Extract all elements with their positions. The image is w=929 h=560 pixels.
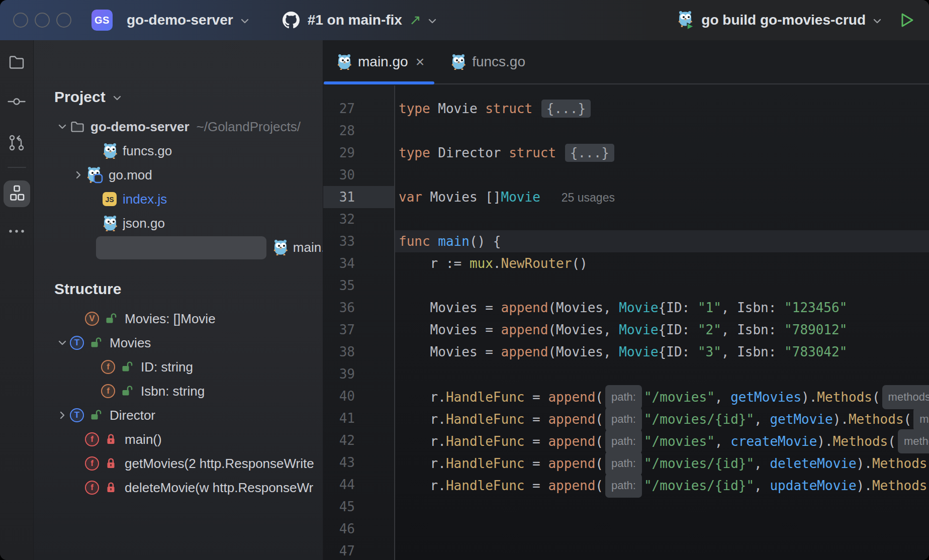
code-line-39[interactable] — [395, 363, 929, 385]
project-item-index-js[interactable]: JSindex.js — [34, 187, 323, 211]
code-token: getMovies — [730, 390, 801, 405]
code-token: Movie — [430, 101, 486, 116]
project-item-go-mod[interactable]: go.mod — [34, 163, 323, 187]
vcs-widget[interactable]: #1 on main-fix ↗ — [283, 12, 438, 29]
code-token: Movies = — [399, 344, 501, 359]
code-line-44[interactable]: r.HandleFunc = append(path:"/movies/{id}… — [395, 474, 929, 496]
code-token: append — [501, 344, 548, 359]
code-token: , Isbn: — [721, 322, 784, 337]
structure-item-director[interactable]: TDirector — [34, 403, 323, 427]
symbol-badge-f: f — [85, 432, 99, 446]
chevron-down-icon[interactable] — [55, 337, 70, 348]
usages-inlay-hint: 25 usages — [562, 191, 615, 204]
code-token: ). — [817, 434, 832, 449]
tree-item-label: main.go — [293, 240, 323, 255]
code-token: func — [399, 234, 430, 249]
structure-item-isbn-string[interactable]: fIsbn: string — [34, 379, 323, 403]
code-line-36[interactable]: Movies = append(Movies, Movie{ID: "1", I… — [395, 297, 929, 319]
line-number-42: 42 — [323, 429, 394, 451]
code-token — [430, 234, 438, 249]
chevron-right-icon[interactable] — [55, 410, 70, 421]
code-line-40[interactable]: r.HandleFunc = append(path:"/movies", ge… — [395, 385, 929, 407]
selected-row-highlight — [96, 236, 266, 259]
code-token: = — [524, 478, 548, 493]
run-button[interactable] — [898, 11, 916, 29]
code-line-38[interactable]: Movies = append(Movies, Movie{ID: "3", I… — [395, 341, 929, 363]
project-item-go-demo-server[interactable]: go-demo-server~/GolandProjects/ — [34, 115, 323, 139]
structure-item-main-[interactable]: fmain() — [34, 427, 323, 451]
symbol-badge-t: T — [70, 408, 84, 422]
code-line-33[interactable]: func main() { — [395, 230, 929, 252]
code-line-30[interactable] — [395, 164, 929, 186]
project-switcher[interactable]: GS go-demo-server — [91, 10, 250, 31]
tree-item-label: main() — [125, 432, 162, 447]
pull-requests-tool-button[interactable] — [0, 133, 33, 154]
code-token: append — [548, 434, 595, 449]
minimize-window-button[interactable] — [35, 13, 50, 28]
symbol-badge-t: T — [70, 336, 84, 350]
project-tool-button[interactable] — [0, 53, 33, 74]
project-item-json-go[interactable]: json.go — [34, 211, 323, 235]
gopher-icon — [450, 54, 466, 70]
code-token: "/movies" — [644, 434, 715, 449]
chevron-down-icon[interactable] — [55, 121, 70, 132]
close-tab-icon[interactable]: × — [416, 54, 425, 69]
code-token: HandleFunc — [446, 412, 525, 427]
code-line-47[interactable] — [395, 540, 929, 560]
chevron-down-icon — [112, 92, 123, 104]
line-number-40: 40 — [323, 385, 394, 407]
code-line-41[interactable]: r.HandleFunc = append(path:"/movies/{id}… — [395, 407, 929, 429]
code-token: Methods — [817, 390, 872, 405]
commit-tool-button[interactable] — [0, 92, 33, 113]
tab-main-go[interactable]: main.go× — [323, 40, 437, 83]
folded-region: {...} — [565, 144, 614, 162]
tree-item-label: Movies — [110, 335, 151, 351]
code-line-29[interactable]: type Director struct {...} — [395, 142, 929, 164]
code-line-34[interactable]: r := mux.NewRouter() — [395, 252, 929, 274]
symbol-badge-v: V — [85, 312, 99, 326]
code-line-27[interactable]: type Movie struct {...} — [395, 98, 929, 120]
code-token: Methods — [872, 478, 927, 493]
gutter-line-highlight — [323, 186, 394, 208]
code-line-31[interactable]: var Movies []Movie25 usages — [395, 186, 929, 208]
zoom-window-button[interactable] — [56, 13, 71, 28]
structure-tool-button[interactable] — [4, 180, 30, 207]
code-token: ). — [833, 412, 849, 427]
code-line-42[interactable]: r.HandleFunc = append(path:"/movies", cr… — [395, 429, 929, 451]
code-viewport[interactable]: type Movie struct {...}type Director str… — [395, 85, 929, 560]
project-panel-header[interactable]: Project — [54, 88, 123, 106]
more-icon — [7, 227, 26, 236]
more-tools-button[interactable] — [0, 227, 33, 236]
structure-item-getmovies-2-http-responsewri[interactable]: fgetMovies(2 http.ResponseWrite — [34, 451, 323, 476]
svg-text:JS: JS — [105, 196, 114, 204]
code-token: "3" — [698, 344, 721, 359]
code-token — [556, 145, 564, 160]
structure-item-id-string[interactable]: fID: string — [34, 355, 323, 379]
run-configuration-selector[interactable]: go build go-movies-crud — [676, 10, 883, 30]
chevron-right-icon[interactable] — [71, 169, 86, 180]
code-line-32[interactable] — [395, 208, 929, 230]
project-item-main-go[interactable]: main.go — [34, 235, 323, 259]
code-line-37[interactable]: Movies = append(Movies, Movie{ID: "2", I… — [395, 319, 929, 341]
code-token: deleteMovie — [770, 456, 856, 471]
parameter-hint-chip: path: — [605, 451, 642, 476]
code-line-43[interactable]: r.HandleFunc = append(path:"/movies/{id}… — [395, 451, 929, 474]
tree-item-label: deleteMovie(w http.ResponseWr — [125, 480, 313, 496]
symbol-badge-f: f — [101, 384, 115, 398]
code-line-35[interactable] — [395, 274, 929, 297]
project-item-funcs-go[interactable]: funcs.go — [34, 139, 323, 163]
line-number-38: 38 — [323, 341, 394, 363]
code-line-46[interactable] — [395, 518, 929, 540]
code-line-45[interactable] — [395, 496, 929, 518]
line-number-46: 46 — [323, 518, 394, 540]
tab-funcs-go[interactable]: funcs.go — [437, 40, 538, 83]
structure-item-movies-movie[interactable]: VMovies: []Movie — [34, 307, 323, 331]
editor-area: main.go× funcs.go 2728293031323334353637… — [323, 40, 929, 560]
code-token: append — [548, 478, 595, 493]
tree-item-label: index.js — [123, 192, 167, 207]
structure-item-movies[interactable]: TMovies — [34, 331, 323, 355]
code-line-28[interactable] — [395, 120, 929, 142]
structure-item-deletemovie-w-http-responsew[interactable]: fdeleteMovie(w http.ResponseWr — [34, 476, 323, 500]
code-token: struct — [509, 145, 556, 160]
close-window-button[interactable] — [13, 13, 28, 28]
